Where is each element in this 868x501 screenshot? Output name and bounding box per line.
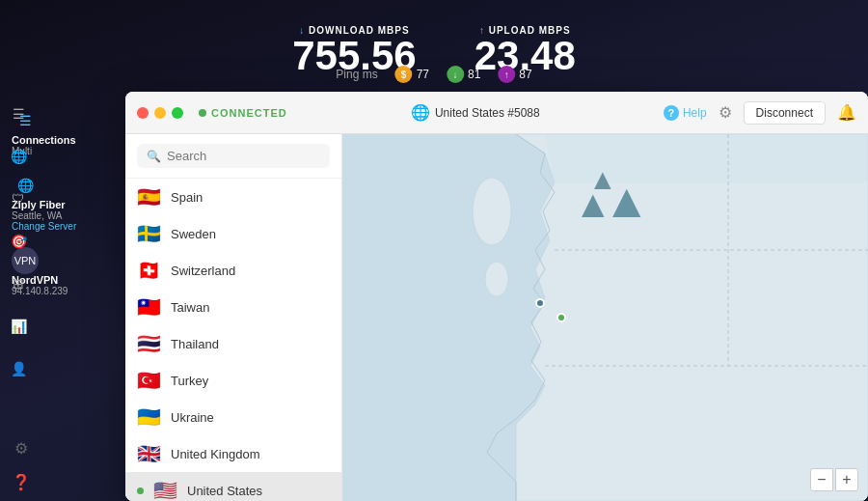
list-item[interactable]: 🇺🇦 Ukraine bbox=[125, 399, 341, 435]
nav-icon-layers[interactable]: ⊞ bbox=[13, 276, 24, 292]
svg-point-5 bbox=[485, 262, 508, 296]
connected-dot bbox=[199, 109, 206, 117]
country-panel: 🔍 🇪🇸 Spain 🇸🇪 Sweden 🇨🇭 Switzerland bbox=[125, 134, 342, 501]
list-item[interactable]: 🇬🇧 United Kingdom bbox=[125, 435, 341, 472]
minimize-button[interactable] bbox=[154, 107, 166, 119]
list-item[interactable]: 🇺🇸 United States bbox=[125, 472, 341, 501]
flag-sweden: 🇸🇪 bbox=[137, 222, 161, 245]
flag-taiwan: 🇹🇼 bbox=[137, 295, 161, 319]
list-item[interactable]: 🇹🇷 Turkey bbox=[125, 362, 341, 399]
list-item[interactable]: 🇸🇪 Sweden bbox=[125, 215, 341, 252]
help-icon[interactable]: ❓ bbox=[12, 473, 31, 491]
ping-3: ↑ 87 bbox=[498, 66, 531, 83]
search-icon: 🔍 bbox=[147, 150, 161, 163]
flag-turkey: 🇹🇷 bbox=[137, 369, 161, 392]
list-item[interactable]: 🇨🇭 Switzerland bbox=[125, 252, 341, 289]
nav-icon-shield[interactable]: 🛡 bbox=[12, 191, 25, 207]
ping-1: $ 77 bbox=[395, 66, 429, 83]
sidebar-bottom-icons: ⚙ ❓ bbox=[0, 439, 37, 491]
map-dot-blue bbox=[535, 298, 545, 308]
nav-icon-target[interactable]: 🎯 bbox=[11, 234, 27, 249]
nav-icon-globe[interactable]: 🌐 bbox=[11, 149, 27, 164]
search-input-wrap[interactable]: 🔍 bbox=[137, 144, 330, 168]
list-item[interactable]: 🇪🇸 Spain bbox=[125, 179, 341, 215]
flag-spain: 🇪🇸 bbox=[137, 185, 161, 209]
zoom-in-button[interactable]: + bbox=[835, 468, 858, 491]
flag-ukraine: 🇺🇦 bbox=[137, 405, 161, 429]
disconnect-button[interactable]: Disconnect bbox=[744, 101, 826, 125]
main-content: 🔍 🇪🇸 Spain 🇸🇪 Sweden 🇨🇭 Switzerland bbox=[125, 134, 868, 501]
connected-badge: CONNECTED bbox=[199, 107, 287, 119]
ping-2: ↓ 81 bbox=[447, 66, 480, 83]
flag-us: 🇺🇸 bbox=[153, 479, 177, 501]
zoom-out-button[interactable]: − bbox=[810, 468, 833, 491]
server-name: 🌐 United States #5088 bbox=[411, 103, 540, 122]
nav-icon-connections[interactable]: ☰ bbox=[13, 106, 25, 122]
traffic-lights bbox=[137, 107, 183, 119]
close-button[interactable] bbox=[137, 107, 149, 119]
maximize-button[interactable] bbox=[172, 107, 183, 119]
zoom-controls: − + bbox=[810, 468, 858, 491]
help-button[interactable]: ? Help bbox=[664, 105, 707, 121]
svg-point-4 bbox=[473, 178, 511, 245]
list-item[interactable]: 🇹🇭 Thailand bbox=[125, 325, 341, 362]
country-list[interactable]: 🇪🇸 Spain 🇸🇪 Sweden 🇨🇭 Switzerland 🇹🇼 Tai… bbox=[125, 179, 341, 501]
vpn-window: CONNECTED 🌐 United States #5088 ? Help ⚙… bbox=[125, 92, 868, 501]
settings-icon[interactable]: ⚙ bbox=[14, 439, 28, 458]
flag-uk: 🇬🇧 bbox=[137, 442, 161, 465]
search-bar: 🔍 bbox=[125, 134, 341, 179]
flag-switzerland: 🇨🇭 bbox=[137, 259, 161, 282]
nav-icon-user[interactable]: 👤 bbox=[11, 361, 27, 376]
search-input[interactable] bbox=[167, 149, 320, 163]
flag-thailand: 🇹🇭 bbox=[137, 332, 161, 355]
map-dot-green bbox=[556, 313, 566, 322]
list-item[interactable]: 🇹🇼 Taiwan bbox=[125, 289, 341, 325]
nav-icon-chart[interactable]: 📊 bbox=[11, 319, 27, 334]
settings-button[interactable]: ⚙ bbox=[719, 103, 732, 122]
connected-text: CONNECTED bbox=[211, 107, 287, 119]
ping-row: Ping ms $ 77 ↓ 81 ↑ 87 bbox=[336, 66, 531, 83]
title-bar: CONNECTED 🌐 United States #5088 ? Help ⚙… bbox=[125, 92, 868, 134]
notification-icon[interactable]: 🔔 bbox=[837, 103, 856, 122]
title-bar-right: ? Help ⚙ Disconnect 🔔 bbox=[664, 101, 856, 125]
map-area: ▲ ▲ ▲ − + bbox=[342, 134, 868, 501]
tree-icon-3: ▲ bbox=[588, 163, 617, 196]
active-dot bbox=[137, 487, 144, 494]
sidebar: ☰ Connections Multi 🌐 Ziply Fiber Seattl… bbox=[0, 92, 125, 501]
